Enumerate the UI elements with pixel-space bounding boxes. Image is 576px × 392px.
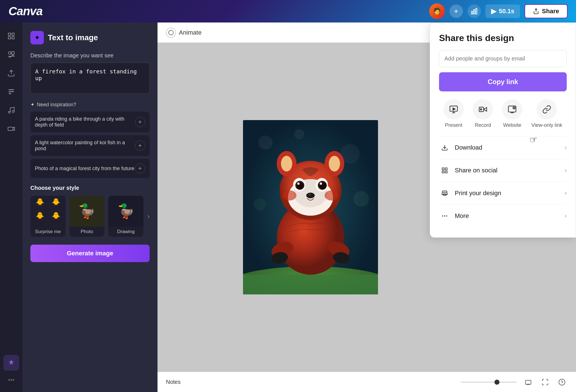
animate-button[interactable]: Animate bbox=[166, 28, 202, 38]
inspiration-text-1: A panda riding a bike through a city wit… bbox=[35, 116, 135, 128]
sidebar-item-apps[interactable] bbox=[3, 355, 19, 371]
share-actions: Present Record We bbox=[439, 99, 567, 128]
svg-point-44 bbox=[325, 190, 339, 200]
share-social-left: Share on social bbox=[439, 165, 498, 176]
inspiration-text-3: Photo of a magical forest city from the … bbox=[35, 166, 134, 172]
svg-point-43 bbox=[282, 190, 296, 200]
email-input[interactable] bbox=[439, 50, 567, 67]
svg-rect-56 bbox=[445, 171, 447, 173]
svg-point-14 bbox=[258, 136, 273, 150]
more-left: More bbox=[439, 210, 469, 222]
image-description-input[interactable]: A firefox in a forest standing up bbox=[30, 63, 150, 94]
svg-rect-2 bbox=[476, 8, 477, 14]
svg-rect-6 bbox=[12, 37, 14, 39]
svg-point-10 bbox=[12, 111, 14, 112]
svg-point-17 bbox=[353, 191, 369, 207]
share-panel: Share this design Copy link Present bbox=[430, 22, 576, 238]
play-time-label: 50.1s bbox=[499, 8, 514, 15]
describe-label: Describe the image you want see bbox=[30, 52, 150, 59]
svg-rect-11 bbox=[8, 127, 13, 130]
svg-point-9 bbox=[8, 111, 10, 113]
svg-rect-55 bbox=[442, 171, 444, 173]
sidebar-item-audio[interactable] bbox=[3, 102, 19, 118]
download-icon bbox=[439, 142, 450, 153]
zoom-slider[interactable] bbox=[461, 382, 517, 383]
share-social-label: Share on social bbox=[455, 167, 498, 174]
inspiration-item-2[interactable]: A light watercolor painting of koi fish … bbox=[30, 135, 150, 156]
svg-point-61 bbox=[446, 215, 447, 217]
copy-link-button[interactable]: Copy link bbox=[439, 72, 567, 91]
add-button[interactable]: + bbox=[449, 4, 463, 18]
download-item[interactable]: Download › bbox=[439, 136, 567, 159]
share-action-record[interactable]: Record bbox=[473, 99, 493, 128]
canva-logo[interactable]: Canva bbox=[8, 4, 42, 18]
record-label: Record bbox=[475, 122, 491, 128]
header-actions: 🧑 + ▶ 50.1s Share bbox=[429, 3, 568, 19]
add-inspiration-3-button[interactable]: + bbox=[135, 163, 145, 174]
inspiration-item-1[interactable]: A panda riding a bike through a city wit… bbox=[30, 112, 150, 132]
svg-point-28 bbox=[281, 156, 292, 172]
duck-4: 🐥 bbox=[48, 212, 63, 224]
sidebar-item-video[interactable] bbox=[3, 121, 19, 137]
svg-point-16 bbox=[294, 129, 304, 139]
share-action-website[interactable]: Website bbox=[502, 99, 522, 128]
viewonly-icon bbox=[537, 99, 557, 120]
style-card-photo[interactable]: 🦆 Photo bbox=[69, 196, 105, 237]
inspiration-item-3[interactable]: Photo of a magical forest city from the … bbox=[30, 159, 150, 178]
header: Canva 🧑 + ▶ 50.1s Share bbox=[0, 0, 576, 22]
more-icon bbox=[439, 210, 450, 222]
style-section: Choose your style 🐥 🐥 🐥 🐥 Surprise me 🦆 … bbox=[30, 185, 150, 237]
inspiration-label: Need inspiration? bbox=[37, 102, 76, 108]
viewonly-label: View-only link bbox=[531, 122, 562, 128]
fit-screen-icon[interactable] bbox=[523, 377, 534, 388]
bottom-bar: Notes bbox=[158, 372, 576, 392]
add-inspiration-2-button[interactable]: + bbox=[135, 141, 145, 151]
notes-label: Notes bbox=[166, 379, 181, 385]
slider-track bbox=[461, 382, 517, 383]
panel-header: ✦ Text to image bbox=[30, 31, 150, 44]
svg-point-59 bbox=[442, 215, 443, 217]
svg-rect-3 bbox=[8, 33, 11, 35]
share-action-present[interactable]: Present bbox=[444, 99, 464, 128]
style-drawing-label: Drawing bbox=[108, 227, 143, 237]
share-button[interactable]: Share bbox=[525, 4, 568, 18]
duck-2: 🐥 bbox=[48, 198, 63, 211]
download-chevron: › bbox=[565, 144, 567, 151]
sidebar-item-upload[interactable] bbox=[3, 65, 19, 81]
share-action-viewonly[interactable]: View-only link bbox=[531, 99, 562, 128]
sidebar-item-elements[interactable] bbox=[3, 47, 19, 62]
share-label: Share bbox=[542, 8, 559, 15]
more-item[interactable]: More › bbox=[439, 204, 567, 227]
share-social-item[interactable]: Share on social › bbox=[439, 159, 567, 182]
svg-rect-20 bbox=[243, 275, 378, 294]
style-photo-label: Photo bbox=[69, 227, 105, 237]
slider-thumb bbox=[494, 380, 500, 385]
panel-title: Text to image bbox=[48, 33, 98, 42]
sparkle-icon: ✦ bbox=[30, 102, 35, 108]
style-card-drawing[interactable]: 🦆 Drawing bbox=[108, 196, 143, 237]
sidebar-more[interactable]: ••• bbox=[5, 373, 17, 386]
print-chevron: › bbox=[565, 190, 567, 197]
animate-label: Animate bbox=[179, 29, 202, 36]
add-inspiration-1-button[interactable]: + bbox=[135, 117, 145, 127]
play-icon: ▶ bbox=[491, 7, 496, 15]
generate-button[interactable]: Generate image bbox=[30, 245, 150, 262]
print-item[interactable]: Print your design › bbox=[439, 182, 567, 204]
share-social-icon bbox=[439, 165, 450, 176]
sidebar-item-text[interactable] bbox=[3, 84, 19, 100]
help-icon[interactable] bbox=[556, 377, 568, 388]
print-label: Print your design bbox=[455, 190, 501, 197]
svg-point-40 bbox=[320, 183, 322, 185]
download-left: Download bbox=[439, 142, 482, 153]
play-time-button[interactable]: ▶ 50.1s bbox=[485, 4, 520, 18]
analytics-button[interactable] bbox=[467, 4, 481, 18]
svg-point-42 bbox=[308, 194, 311, 195]
sidebar-item-grid[interactable] bbox=[3, 28, 19, 44]
svg-point-60 bbox=[444, 215, 445, 217]
style-card-surprise[interactable]: 🐥 🐥 🐥 🐥 Surprise me bbox=[30, 196, 66, 237]
inspiration-text-2: A light watercolor painting of koi fish … bbox=[35, 140, 135, 152]
present-icon bbox=[444, 99, 464, 120]
style-next-arrow[interactable]: › bbox=[147, 212, 150, 220]
avatar[interactable]: 🧑 bbox=[429, 3, 445, 19]
fullscreen-icon[interactable] bbox=[539, 377, 551, 388]
